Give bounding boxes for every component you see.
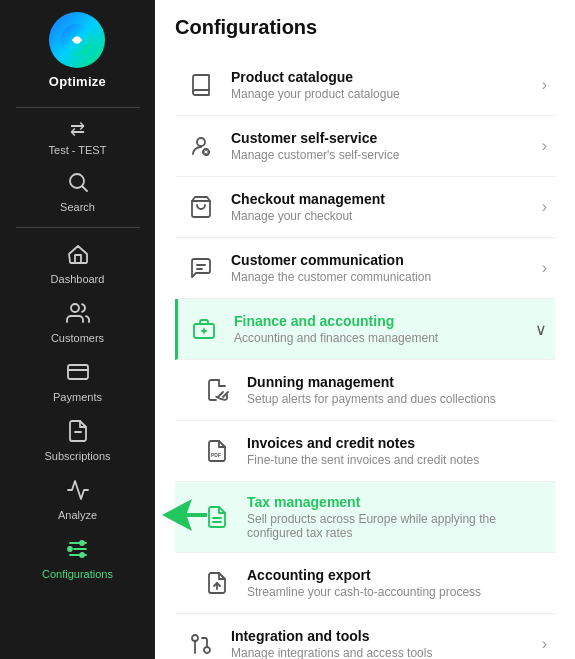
- dunning-svg: [205, 378, 229, 402]
- configurations-label: Configurations: [42, 568, 113, 580]
- tax-svg: [205, 505, 229, 529]
- customers-label: Customers: [51, 332, 104, 344]
- config-item-tax-management[interactable]: Tax management Sell products across Euro…: [175, 482, 555, 553]
- analyze-svg: [66, 478, 90, 502]
- integration-svg: [189, 632, 213, 656]
- accounting-export-icon: [199, 565, 235, 601]
- sidebar-item-analyze[interactable]: Analyze: [0, 470, 155, 529]
- payments-icon: [66, 360, 90, 387]
- communication-svg: [189, 256, 213, 280]
- user-settings-svg: [189, 134, 213, 158]
- config-item-finance-accounting[interactable]: Finance and accounting Accounting and fi…: [175, 299, 555, 360]
- subscriptions-svg: [66, 419, 90, 443]
- accounting-export-text: Accounting export Streamline your cash-t…: [247, 567, 547, 599]
- svg-point-13: [80, 553, 84, 557]
- accounting-export-subtitle: Streamline your cash-to-accounting proce…: [247, 585, 547, 599]
- config-item-customer-communication[interactable]: Customer communication Manage the custom…: [175, 238, 555, 299]
- integration-text: Integration and tools Manage integration…: [231, 628, 534, 659]
- checkout-title: Checkout management: [231, 191, 534, 207]
- pdf-svg: PDF: [205, 439, 229, 463]
- svg-rect-5: [68, 365, 88, 379]
- config-item-product-catalogue[interactable]: Product catalogue Manage your product ca…: [175, 55, 555, 116]
- dashboard-label: Dashboard: [51, 273, 105, 285]
- svg-point-12: [80, 541, 84, 545]
- main-content: Configurations Product catalogue Manage …: [155, 0, 575, 659]
- test-label: Test - TEST: [49, 144, 107, 156]
- svg-point-4: [71, 304, 79, 312]
- sidebar-item-payments[interactable]: Payments: [0, 352, 155, 411]
- sidebar-divider: [16, 107, 140, 108]
- arrow-svg: [157, 495, 207, 535]
- dunning-text: Dunning management Setup alerts for paym…: [247, 374, 547, 406]
- svg-point-14: [197, 138, 205, 146]
- payments-label: Payments: [53, 391, 102, 403]
- sidebar-divider-2: [16, 227, 140, 228]
- tax-text: Tax management Sell products across Euro…: [247, 494, 547, 540]
- config-item-accounting-export[interactable]: Accounting export Streamline your cash-t…: [175, 553, 555, 614]
- integration-icon: [183, 626, 219, 659]
- config-item-invoices-credit-notes[interactable]: PDF Invoices and credit notes Fine-tune …: [175, 421, 555, 482]
- communication-icon: [183, 250, 219, 286]
- svg-point-27: [204, 647, 210, 653]
- sidebar-item-subscriptions[interactable]: Subscriptions: [0, 411, 155, 470]
- tax-title: Tax management: [247, 494, 547, 510]
- dunning-icon: [199, 372, 235, 408]
- sidebar-item-search[interactable]: Search: [0, 162, 155, 221]
- integration-subtitle: Manage integrations and access tools: [231, 646, 534, 659]
- checkout-chevron: ›: [542, 198, 547, 216]
- svg-line-3: [82, 187, 87, 192]
- dunning-title: Dunning management: [247, 374, 547, 390]
- subscriptions-label: Subscriptions: [44, 450, 110, 462]
- finance-text: Finance and accounting Accounting and fi…: [234, 313, 527, 345]
- config-item-integration-tools[interactable]: Integration and tools Manage integration…: [175, 614, 555, 659]
- export-svg: [205, 571, 229, 595]
- app-name: Optimize: [49, 74, 106, 89]
- svg-marker-23: [162, 499, 207, 531]
- sidebar-item-configurations[interactable]: Configurations: [0, 529, 155, 588]
- book-svg: [189, 73, 213, 97]
- customer-self-service-icon: [183, 128, 219, 164]
- communication-text: Customer communication Manage the custom…: [231, 252, 534, 284]
- invoices-icon: PDF: [199, 433, 235, 469]
- svg-point-28: [192, 635, 198, 641]
- product-catalogue-chevron: ›: [542, 76, 547, 94]
- sidebar-item-customers[interactable]: Customers: [0, 293, 155, 352]
- customer-self-service-title: Customer self-service: [231, 130, 534, 146]
- dunning-subtitle: Setup alerts for payments and dues colle…: [247, 392, 547, 406]
- product-catalogue-title: Product catalogue: [231, 69, 534, 85]
- config-item-customer-self-service[interactable]: Customer self-service Manage customer's …: [175, 116, 555, 177]
- logo-icon: [59, 22, 95, 58]
- customers-svg: [66, 301, 90, 325]
- integration-title: Integration and tools: [231, 628, 534, 644]
- communication-chevron: ›: [542, 259, 547, 277]
- customer-self-service-chevron: ›: [542, 137, 547, 155]
- search-svg: [66, 170, 90, 194]
- tax-subtitle: Sell products across Europe while applyi…: [247, 512, 547, 540]
- logo-container: Optimize: [49, 12, 106, 89]
- integration-chevron: ›: [542, 635, 547, 653]
- customer-self-service-subtitle: Manage customer's self-service: [231, 148, 534, 162]
- sidebar-item-dashboard[interactable]: Dashboard: [0, 234, 155, 293]
- customer-self-service-text: Customer self-service Manage customer's …: [231, 130, 534, 162]
- checkout-text: Checkout management Manage your checkout: [231, 191, 534, 223]
- sidebar-item-test[interactable]: ⇄ Test - TEST: [0, 114, 155, 162]
- app-logo: [49, 12, 105, 68]
- invoices-text: Invoices and credit notes Fine-tune the …: [247, 435, 547, 467]
- home-icon: [66, 242, 90, 269]
- finance-icon: [186, 311, 222, 347]
- page-title: Configurations: [175, 16, 555, 39]
- analyze-label: Analyze: [58, 509, 97, 521]
- config-item-dunning-management[interactable]: Dunning management Setup alerts for paym…: [175, 360, 555, 421]
- finance-svg: [192, 317, 216, 341]
- communication-title: Customer communication: [231, 252, 534, 268]
- search-icon: [66, 170, 90, 197]
- product-catalogue-icon: [183, 67, 219, 103]
- svg-point-1: [74, 36, 81, 43]
- checkout-icon: [183, 189, 219, 225]
- customers-icon: [66, 301, 90, 328]
- analyze-icon: [66, 478, 90, 505]
- invoices-subtitle: Fine-tune the sent invoices and credit n…: [247, 453, 547, 467]
- config-item-checkout-management[interactable]: Checkout management Manage your checkout…: [175, 177, 555, 238]
- checkout-subtitle: Manage your checkout: [231, 209, 534, 223]
- config-list: Product catalogue Manage your product ca…: [175, 55, 555, 659]
